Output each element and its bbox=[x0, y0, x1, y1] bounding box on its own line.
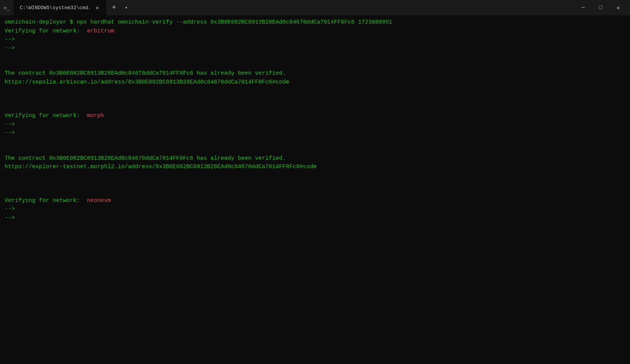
maximize-button[interactable]: □ bbox=[592, 0, 609, 15]
close-button[interactable]: ✕ bbox=[609, 0, 627, 15]
network-neonevm: neonevm bbox=[87, 197, 111, 204]
contract-verified-line-1: The contract 0x3B0E082BC8913B28EAd0c8467… bbox=[5, 69, 625, 78]
spacer-4 bbox=[5, 95, 625, 103]
spacer-2 bbox=[5, 61, 625, 69]
spacer-9 bbox=[5, 180, 625, 188]
spacer-10 bbox=[5, 188, 625, 197]
spacer-8 bbox=[5, 172, 625, 180]
terminal-body[interactable]: omnichain-deployer $ npx hardhat omnicha… bbox=[0, 15, 630, 364]
verifying-arbitrum-line: Verifying for network: arbitrum bbox=[5, 27, 625, 36]
spacer-7 bbox=[5, 146, 625, 154]
network-morph: morph bbox=[87, 112, 104, 119]
tab-dropdown-button[interactable]: ▾ bbox=[122, 3, 131, 12]
arrow-line-4: --> bbox=[5, 129, 625, 138]
arrow-line-5: --> bbox=[5, 205, 625, 214]
spacer-3 bbox=[5, 87, 625, 95]
arbiscan-url: https://sepolia.arbiscan.io/address/0x3B… bbox=[5, 78, 625, 87]
tab-label: C:\WINDOWS\system32\cmd. bbox=[20, 5, 91, 11]
command-line: omnichain-deployer $ npx hardhat omnicha… bbox=[5, 18, 625, 27]
terminal-window: >_ C:\WINDOWS\system32\cmd. ✕ + ▾ ─ □ bbox=[0, 0, 630, 364]
svg-text:>_: >_ bbox=[4, 5, 10, 11]
spacer-1 bbox=[5, 53, 625, 61]
arrow-line-6: --> bbox=[5, 214, 625, 223]
minimize-button[interactable]: ─ bbox=[574, 0, 592, 15]
arrow-line-1: --> bbox=[5, 35, 625, 44]
titlebar: >_ C:\WINDOWS\system32\cmd. ✕ + ▾ ─ □ bbox=[0, 0, 630, 15]
active-tab[interactable]: C:\WINDOWS\system32\cmd. ✕ bbox=[14, 0, 106, 15]
verifying-neonevm-line: Verifying for network: neonevm bbox=[5, 197, 625, 205]
new-tab-button[interactable]: + bbox=[108, 2, 120, 14]
terminal-icon: >_ bbox=[3, 4, 11, 11]
window-controls: ─ □ ✕ bbox=[574, 0, 627, 15]
arrow-line-2: --> bbox=[5, 44, 625, 53]
spacer-5 bbox=[5, 103, 625, 112]
spacer-6 bbox=[5, 138, 625, 146]
verifying-morph-line: Verifying for network: morph bbox=[5, 112, 625, 120]
arrow-line-3: --> bbox=[5, 120, 625, 129]
network-arbitrum: arbitrum bbox=[87, 28, 114, 34]
tab-close-button[interactable]: ✕ bbox=[94, 5, 100, 11]
contract-verified-line-2: The contract 0x3B0E082BC8913B28EAd0c8467… bbox=[5, 154, 625, 163]
morphl2-url: https://explorer-testnet.morphl2.io/addr… bbox=[5, 163, 625, 172]
